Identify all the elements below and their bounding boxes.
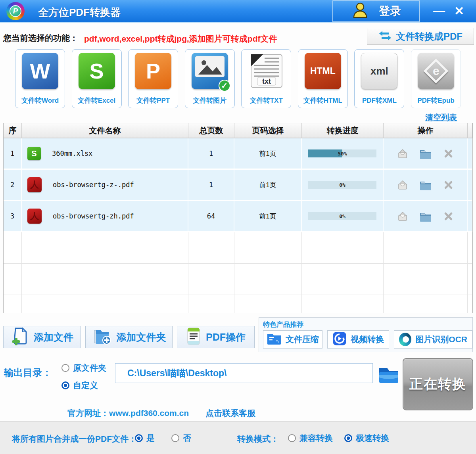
xml-icon: xml: [361, 53, 397, 89]
format-button-txt[interactable]: txt 文件转TXT: [241, 49, 291, 108]
login-label: 登录: [379, 4, 401, 19]
open-file-icon[interactable]: [397, 148, 409, 159]
empty-row: [4, 232, 472, 264]
pdf-operations-icon: [186, 327, 201, 347]
add-folder-icon: [92, 327, 112, 347]
file-compress-icon: [267, 332, 282, 347]
radio-circle[interactable]: [171, 434, 179, 442]
open-file-icon[interactable]: [397, 179, 409, 191]
swap-arrows-icon: [378, 31, 392, 42]
table-row[interactable]: 2 人 obs-browsertg-z-.pdf 1 前1页 0%: [4, 170, 472, 201]
window-title: 全方位PDF转换器: [38, 6, 121, 19]
delete-icon[interactable]: [443, 148, 454, 159]
xlsx-file-icon: S: [27, 147, 41, 160]
format-button-xml[interactable]: xml PDF转XML: [354, 49, 404, 108]
progress-label: 50%: [308, 149, 376, 157]
col-header-index: 序: [4, 123, 22, 138]
minimize-button[interactable]: —: [433, 3, 445, 19]
delete-icon[interactable]: [443, 179, 454, 190]
html-icon: HTML: [305, 53, 341, 89]
video-convert-button[interactable]: 视频转换: [327, 330, 389, 349]
app-window: P 全方位PDF转换器 登录 — ✕ 您当前选择的功能： pdf,word,ex…: [0, 0, 476, 454]
col-header-operations: 操作: [384, 123, 468, 138]
radio-merge-no[interactable]: 否: [171, 433, 191, 444]
col-header-progress: 转换进度: [302, 123, 384, 138]
col-header-pages: 总页数: [188, 123, 234, 138]
convert-to-pdf-button[interactable]: 文件转换成PDF: [367, 28, 474, 45]
radio-circle-checked[interactable]: [135, 434, 143, 442]
radio-circle-checked[interactable]: [61, 381, 69, 389]
login-button[interactable]: 登录: [332, 0, 420, 22]
pdf-file-icon: 人: [27, 209, 42, 224]
format-button-word[interactable]: W 文件转Word: [15, 49, 65, 108]
table-row[interactable]: 3 人 obs-browsertg-zh.pdf 64 前1页 0%: [4, 201, 472, 232]
format-button-image[interactable]: ✓ 文件转图片: [185, 49, 235, 108]
ocr-button[interactable]: 图片识别OCR: [394, 330, 472, 349]
conversion-table: 序 文件名称 总页数 页码选择 转换进度 操作 1 S 360mm.xlsx 1…: [3, 123, 473, 313]
progress-label: 0%: [308, 212, 376, 220]
table-header-row: 序 文件名称 总页数 页码选择 转换进度 操作: [4, 123, 472, 138]
page-range[interactable]: 前1页: [234, 201, 302, 231]
output-path-input[interactable]: [115, 363, 373, 383]
open-file-icon[interactable]: [397, 210, 409, 222]
pdf-file-icon: 人: [27, 177, 42, 192]
empty-row: [4, 264, 472, 295]
open-folder-icon[interactable]: [419, 210, 432, 222]
format-button-excel[interactable]: S 文件转Excel: [72, 49, 122, 108]
progress-bar: 0%: [308, 212, 376, 220]
table-row[interactable]: 1 S 360mm.xlsx 1 前1页 50%: [4, 138, 472, 170]
selected-check-icon: ✓: [219, 80, 230, 92]
radio-circle-checked[interactable]: [344, 434, 352, 442]
radio-circle[interactable]: [288, 434, 296, 442]
progress-bar: 0%: [308, 181, 376, 189]
browse-folder-button[interactable]: [377, 364, 401, 385]
page-range[interactable]: 前1页: [234, 170, 302, 200]
open-folder-icon[interactable]: [419, 148, 432, 159]
close-button[interactable]: ✕: [454, 3, 464, 19]
add-file-button[interactable]: 添加文件: [3, 326, 81, 348]
svg-text:txt: txt: [262, 77, 271, 85]
current-function-value: pdf,word,excel,ppt转成jpg,添加图片可转成pdf文件: [84, 33, 277, 44]
file-name: 360mm.xlsx: [52, 149, 92, 157]
radio-mode-compatible[interactable]: 兼容转换: [288, 433, 333, 444]
format-button-epub[interactable]: e PDF转Epub: [411, 49, 461, 108]
merge-images-label: 将所有图片合并成一份PDF文件：: [12, 433, 137, 444]
file-name: obs-browsertg-z-.pdf: [53, 181, 134, 189]
file-name: obs-browsertg-zh.pdf: [53, 212, 134, 220]
excel-icon: S: [79, 53, 115, 89]
image-icon: ✓: [192, 53, 228, 89]
clear-list-link[interactable]: 清空列表: [425, 112, 457, 123]
file-compress-button[interactable]: 文件压缩: [263, 330, 322, 349]
radio-original-folder[interactable]: 原文件夹: [61, 362, 106, 374]
add-folder-button[interactable]: 添加文件夹: [85, 326, 173, 348]
convert-to-pdf-label: 文件转换成PDF: [396, 30, 463, 43]
page-count: 64: [188, 201, 234, 231]
radio-circle[interactable]: [61, 364, 69, 372]
convert-mode-label: 转换模式：: [237, 433, 279, 444]
converting-button[interactable]: 正在转换: [403, 358, 473, 410]
bottom-options-bar: 将所有图片合并成一份PDF文件： 是 否 转换模式： 兼容转换 极速转换: [0, 421, 476, 454]
row-index: 2: [4, 170, 22, 200]
add-file-icon: [11, 327, 29, 347]
official-site-link[interactable]: 官方网址：www.pdf360.com.cn: [67, 408, 189, 419]
col-header-filename: 文件名称: [22, 123, 188, 138]
epub-icon: e: [418, 53, 454, 89]
radio-custom-folder[interactable]: 自定义: [61, 380, 98, 391]
format-button-html[interactable]: HTML 文件转HTML: [298, 49, 348, 108]
pdf-operations-button[interactable]: PDF操作: [177, 326, 255, 348]
delete-icon[interactable]: [443, 211, 454, 222]
row-index: 1: [4, 138, 22, 169]
page-range[interactable]: 前1页: [234, 138, 302, 169]
format-button-ppt[interactable]: P 文件转PPT: [128, 49, 178, 108]
radio-mode-fast[interactable]: 极速转换: [344, 433, 389, 444]
txt-icon: txt: [248, 53, 284, 89]
user-icon: [353, 2, 368, 20]
progress-bar: 50%: [308, 149, 376, 157]
contact-support-link[interactable]: 点击联系客服: [205, 408, 255, 419]
ppt-icon: P: [135, 53, 171, 89]
titlebar: P 全方位PDF转换器 登录 — ✕: [0, 0, 476, 23]
app-logo-icon: P: [6, 2, 25, 20]
radio-merge-yes[interactable]: 是: [135, 433, 155, 444]
open-folder-icon[interactable]: [419, 179, 432, 191]
empty-row: [4, 295, 472, 313]
